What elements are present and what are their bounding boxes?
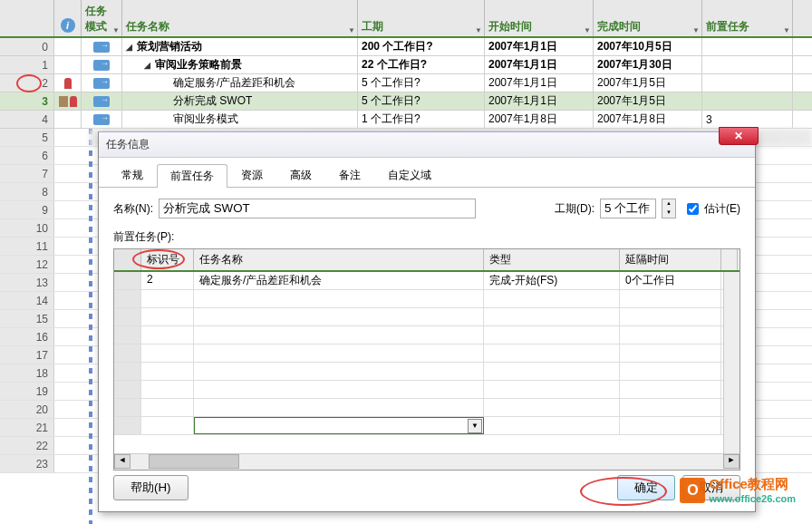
start-cell[interactable]: 2007年1月8日 xyxy=(485,111,594,128)
pred-header-id[interactable]: 标识号 xyxy=(141,249,194,270)
row-number[interactable]: 3 xyxy=(0,92,54,110)
dropdown-icon[interactable]: ▼ xyxy=(348,26,355,34)
dropdown-icon[interactable]: ▼ xyxy=(468,419,482,433)
pred-name-edit[interactable]: ▼ xyxy=(194,417,484,434)
pred-empty-row[interactable] xyxy=(114,344,740,363)
row-number[interactable]: 1 xyxy=(0,56,54,73)
pred-empty-row[interactable] xyxy=(114,308,740,326)
task-row[interactable]: 4 审阅业务模式 1 个工作日? 2007年1月8日 2007年1月8日 3 xyxy=(0,111,812,129)
finish-cell[interactable]: 2007年1月5日 xyxy=(594,92,702,110)
pred-empty-row[interactable] xyxy=(114,326,740,344)
mode-cell[interactable] xyxy=(82,74,122,92)
start-cell[interactable]: 2007年1月1日 xyxy=(485,38,594,55)
duration-cell[interactable]: 1 个工作日? xyxy=(358,111,485,128)
mode-cell[interactable] xyxy=(82,38,122,55)
header-name[interactable]: 任务名称▼ xyxy=(122,0,358,36)
ok-button[interactable]: 确定 xyxy=(617,475,675,500)
task-name-cell[interactable]: 审阅业务模式 xyxy=(122,111,358,128)
row-number[interactable]: 18 xyxy=(0,364,54,382)
mode-cell[interactable] xyxy=(82,92,122,110)
row-number[interactable]: 22 xyxy=(0,437,54,454)
row-handle[interactable] xyxy=(114,272,141,289)
task-name-cell[interactable]: ◢审阅业务策略前景 xyxy=(122,56,358,73)
duration-spinner[interactable]: ▲▼ xyxy=(662,199,676,218)
start-cell[interactable]: 2007年1月1日 xyxy=(485,56,594,73)
row-number[interactable]: 8 xyxy=(0,183,54,200)
vertical-scrollbar[interactable] xyxy=(723,272,740,453)
dialog-titlebar[interactable]: 任务信息 ✕ xyxy=(99,132,755,158)
duration-cell[interactable]: 5 个工作日? xyxy=(358,92,485,110)
tab-自定义域[interactable]: 自定义域 xyxy=(374,163,445,187)
row-number[interactable]: 19 xyxy=(0,383,54,400)
mode-cell[interactable] xyxy=(82,111,122,128)
expand-icon[interactable]: ◢ xyxy=(144,61,153,70)
row-number[interactable]: 16 xyxy=(0,328,54,345)
pred-empty-row[interactable] xyxy=(114,290,740,308)
scroll-right-icon[interactable]: ► xyxy=(723,454,740,469)
dropdown-icon[interactable]: ▼ xyxy=(692,26,700,34)
task-name-cell[interactable]: 分析完成 SWOT xyxy=(122,92,358,110)
row-number[interactable]: 11 xyxy=(0,238,54,255)
row-number[interactable]: 4 xyxy=(0,111,54,128)
dropdown-icon[interactable]: ▼ xyxy=(475,26,482,34)
horizontal-scrollbar[interactable]: ◄ ► xyxy=(114,453,740,470)
row-number[interactable]: 6 xyxy=(0,147,54,164)
tab-前置任务[interactable]: 前置任务 xyxy=(157,164,227,188)
pred-edit-row[interactable]: ▼ xyxy=(114,417,740,435)
row-number[interactable]: 2 xyxy=(0,74,54,92)
pred-empty-row[interactable] xyxy=(114,363,740,381)
help-button[interactable]: 帮助(H) xyxy=(113,475,188,500)
row-number[interactable]: 12 xyxy=(0,256,54,273)
duration-cell[interactable]: 22 个工作日? xyxy=(358,56,485,73)
dropdown-icon[interactable]: ▼ xyxy=(112,26,120,34)
row-number[interactable]: 13 xyxy=(0,274,54,291)
row-number[interactable]: 17 xyxy=(0,346,54,364)
dropdown-icon[interactable]: ▼ xyxy=(584,26,591,34)
pred-cell[interactable] xyxy=(702,38,793,55)
tab-资源[interactable]: 资源 xyxy=(227,163,276,187)
pred-header-type[interactable]: 类型 xyxy=(484,249,620,270)
task-name-cell[interactable]: 确定服务/产品差距和机会 xyxy=(122,74,358,92)
row-number[interactable]: 5 xyxy=(0,129,54,146)
tab-高级[interactable]: 高级 xyxy=(276,163,325,187)
row-number[interactable]: 0 xyxy=(0,38,54,55)
finish-cell[interactable]: 2007年1月30日 xyxy=(594,56,702,73)
pred-name-cell[interactable]: 确定服务/产品差距和机会 xyxy=(194,272,484,289)
row-number[interactable]: 23 xyxy=(0,455,54,472)
task-row[interactable]: 2 确定服务/产品差距和机会 5 个工作日? 2007年1月1日 2007年1月… xyxy=(0,74,812,92)
scroll-left-icon[interactable]: ◄ xyxy=(114,454,130,469)
pred-cell[interactable] xyxy=(702,92,793,110)
estimate-checkbox[interactable] xyxy=(687,203,699,215)
pred-type-cell[interactable]: 完成-开始(FS) xyxy=(484,272,620,289)
pred-header-name[interactable]: 任务名称 xyxy=(194,249,484,270)
name-input[interactable] xyxy=(159,199,476,218)
pane-divider[interactable] xyxy=(89,129,92,524)
pred-empty-row[interactable] xyxy=(114,381,740,399)
task-row[interactable]: 3 分析完成 SWOT 5 个工作日? 2007年1月1日 2007年1月5日 xyxy=(0,92,812,111)
header-start[interactable]: 开始时间▼ xyxy=(485,0,594,36)
pred-cell[interactable]: 3 xyxy=(702,111,793,128)
pred-row[interactable]: 2 确定服务/产品差距和机会 完成-开始(FS) 0个工作日 xyxy=(114,272,740,290)
row-number[interactable]: 21 xyxy=(0,419,54,436)
pred-empty-row[interactable] xyxy=(114,399,740,417)
finish-cell[interactable]: 2007年1月5日 xyxy=(594,74,702,92)
pred-header-lag[interactable]: 延隔时间 xyxy=(620,249,721,270)
header-rownum[interactable] xyxy=(0,0,54,36)
scroll-thumb[interactable] xyxy=(149,454,239,469)
task-name-cell[interactable]: ◢策划营销活动 xyxy=(122,38,358,55)
dropdown-icon[interactable]: ▼ xyxy=(783,26,790,34)
finish-cell[interactable]: 2007年10月5日 xyxy=(594,38,702,55)
task-row[interactable]: 0 ◢策划营销活动 200 个工作日? 2007年1月1日 2007年10月5日 xyxy=(0,38,812,56)
close-button[interactable]: ✕ xyxy=(719,127,759,145)
row-number[interactable]: 15 xyxy=(0,310,54,327)
pred-header-handle[interactable] xyxy=(114,249,141,270)
tab-备注[interactable]: 备注 xyxy=(325,163,374,187)
header-info[interactable]: i xyxy=(54,0,82,36)
row-number[interactable]: 7 xyxy=(0,165,54,182)
row-number[interactable]: 9 xyxy=(0,201,54,218)
duration-cell[interactable]: 5 个工作日? xyxy=(358,74,485,92)
duration-input[interactable] xyxy=(600,199,656,218)
start-cell[interactable]: 2007年1月1日 xyxy=(485,92,594,110)
pred-cell[interactable] xyxy=(702,56,793,73)
header-mode[interactable]: 任务 模式▼ xyxy=(82,0,122,36)
